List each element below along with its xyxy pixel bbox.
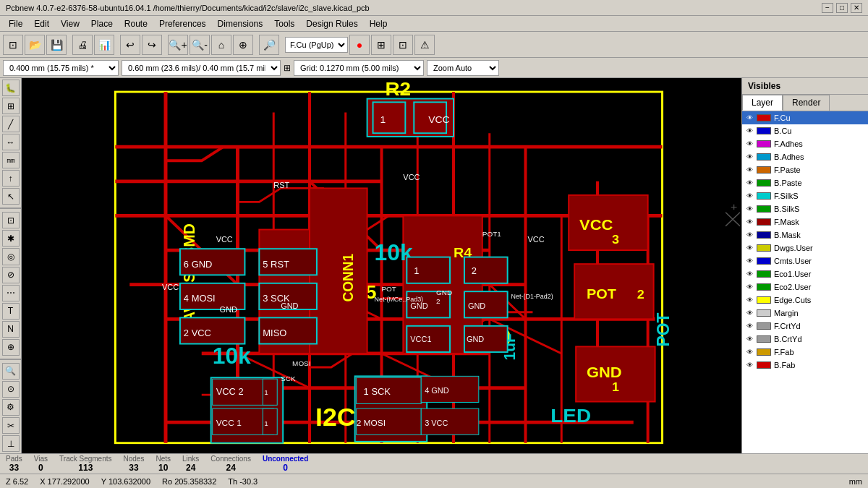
layer-item-f-fab[interactable]: 👁F.Fab [742,346,868,359]
tab-layer[interactable]: Layer [742,95,783,111]
units-btn[interactable]: ㎜ [2,152,20,168]
plot-btn[interactable]: 📊 [94,35,114,55]
misc-btn[interactable]: ⋯ [2,285,20,301]
menu-item-help[interactable]: Help [364,17,393,30]
menu-item-place[interactable]: Place [85,17,119,30]
print-btn[interactable]: 🖨 [72,35,93,55]
layer-visibility-icon[interactable]: 👁 [745,322,754,330]
text-btn[interactable]: T [2,303,20,320]
drc-lt-btn[interactable]: ⊘ [2,267,20,283]
grid-dropdown[interactable]: Grid: 0.1270 mm (5.00 mils) [294,60,424,76]
open-btn[interactable]: 📂 [25,35,45,55]
settings-lt-btn[interactable]: ⚙ [2,399,20,416]
layer-item-margin[interactable]: 👁Margin [742,307,868,320]
layer-visibility-icon[interactable]: 👁 [745,335,754,343]
layer-item-cmts-user[interactable]: 👁Cmts.User [742,254,868,267]
layer-item-f-adhes[interactable]: 👁F.Adhes [742,137,868,150]
layer-item-b-silks[interactable]: 👁B.SilkS [742,202,868,215]
layer-item-b-mask[interactable]: 👁B.Mask [742,228,868,241]
layer-visibility-icon[interactable]: 👁 [745,244,754,252]
undo-btn[interactable]: ↩ [120,35,140,55]
move-btn[interactable]: ↔ [2,134,20,150]
layer-icon-1[interactable]: ⊡ [393,35,413,55]
footprints-btn[interactable]: ⊞ [2,98,20,114]
layer-item-b-adhes[interactable]: 👁B.Adhes [742,150,868,163]
layer-item-f-silks[interactable]: 👁F.SilkS [742,189,868,202]
layer-item-f-cu[interactable]: 👁F.Cu [742,111,868,124]
anchor-btn[interactable]: ⊥ [2,435,20,452]
zoom-in-btn[interactable]: 🔍+ [168,35,188,55]
layer-visibility-icon[interactable]: 👁 [745,140,754,148]
interactive-btn[interactable]: ⊙ [2,381,20,398]
track-dropdown[interactable]: 0.400 mm (15.75 mils) * [3,60,119,76]
menu-item-view[interactable]: View [55,17,85,30]
cut-btn[interactable]: ✂ [2,417,20,434]
zoom-box-btn[interactable]: ⊕ [233,35,253,55]
tab-render[interactable]: Render [783,95,830,111]
layer-icon-0[interactable]: ⊞ [371,35,391,55]
menu-item-edit[interactable]: Edit [28,17,55,30]
layer-item-f-paste[interactable]: 👁F.Paste [742,163,868,176]
layer-dropdown[interactable]: F.Cu (PgUp) [285,37,348,53]
layer-visibility-icon[interactable]: 👁 [745,361,754,369]
menu-item-dimensions[interactable]: Dimensions [212,17,269,30]
svg-text:2: 2 [436,298,441,306]
layer-visibility-icon[interactable]: 👁 [745,296,754,304]
pad-btn[interactable]: ⊕ [2,339,20,356]
drc-button[interactable]: ● [349,35,370,55]
zoom-out-btn[interactable]: 🔍- [190,35,210,55]
layer-visibility-icon[interactable]: 👁 [745,192,754,200]
menu-item-route[interactable]: Route [119,17,153,30]
layer-item-b-fab[interactable]: 👁B.Fab [742,359,868,372]
layer-item-b-cu[interactable]: 👁B.Cu [742,124,868,137]
layer-visibility-icon[interactable]: 👁 [745,205,754,213]
layer-visibility-icon[interactable]: 👁 [745,257,754,265]
zoom-fit-btn[interactable]: ⌂ [211,35,231,55]
layer-visibility-icon[interactable]: 👁 [745,309,754,317]
measure-btn[interactable]: ╱ [2,116,20,132]
layer-visibility-icon[interactable]: 👁 [745,153,754,161]
zoom-cursor-btn[interactable]: 🔎 [259,35,279,55]
menu-item-design rules[interactable]: Design Rules [300,17,363,30]
north-btn[interactable]: ↑ [2,170,20,187]
grid-btn[interactable]: ⊡ [2,212,20,228]
menu-item-tools[interactable]: Tools [268,17,300,30]
layer-icon-2[interactable]: ⚠ [414,35,435,55]
layer-visibility-icon[interactable]: 👁 [745,231,754,239]
select-btn[interactable]: ↖ [2,188,20,205]
layer-visibility-icon[interactable]: 👁 [745,283,754,291]
maximize-button[interactable]: □ [836,3,848,13]
close-button[interactable]: ✕ [851,3,862,13]
layer-visibility-icon[interactable]: 👁 [745,114,754,122]
layer-item-f-mask[interactable]: 👁F.Mask [742,215,868,228]
menu-item-preferences[interactable]: Preferences [153,17,212,30]
menu-item-file[interactable]: File [3,17,28,30]
layer-name: Edge.Cuts [774,296,811,304]
layer-item-f-crtyd[interactable]: 👁F.CrtYd [742,320,868,333]
layer-item-eco2-user[interactable]: 👁Eco2.User [742,281,868,294]
redo-btn[interactable]: ↪ [142,35,162,55]
layer-item-b-paste[interactable]: 👁B.Paste [742,176,868,189]
save-btn[interactable]: 💾 [46,35,67,55]
layer-visibility-icon[interactable]: 👁 [745,270,754,278]
canvas-area[interactable]: ATINY85 R2 1 VCC VCC 3 GND 1 POT 2 [22,78,741,453]
layer-item-dwgs-user[interactable]: 👁Dwgs.User [742,241,868,254]
new-btn[interactable]: ⊡ [3,35,23,55]
net-btn[interactable]: N [2,321,20,338]
inspect-btn[interactable]: 🐛 [2,80,20,96]
minimize-button[interactable]: − [822,3,833,13]
layer-visibility-icon[interactable]: 👁 [745,179,754,187]
ratsnest-btn[interactable]: ✱ [2,230,20,247]
layer-item-edge-cuts[interactable]: 👁Edge.Cuts [742,294,868,307]
zoom-dropdown[interactable]: Zoom Auto [427,60,499,76]
via-dropdown[interactable]: 0.60 mm (23.6 mils)/ 0.40 mm (15.7 mils)… [122,60,281,76]
layer-visibility-icon[interactable]: 👁 [745,218,754,226]
layer-item-eco1-user[interactable]: 👁Eco1.User [742,267,868,281]
layer-item-b-crtyd[interactable]: 👁B.CrtYd [742,333,868,346]
layer-visibility-icon[interactable]: 👁 [745,348,754,356]
search-lt-btn[interactable]: 🔍 [2,363,20,380]
main-area: 🐛⊞╱↔㎜↑↖⊡✱◎⊘⋯TN⊕🔍⊙⚙✂⊥ [0,78,868,453]
layer-visibility-icon[interactable]: 👁 [745,166,754,174]
layer-visibility-icon[interactable]: 👁 [745,127,754,135]
highlight-btn[interactable]: ◎ [2,248,20,265]
